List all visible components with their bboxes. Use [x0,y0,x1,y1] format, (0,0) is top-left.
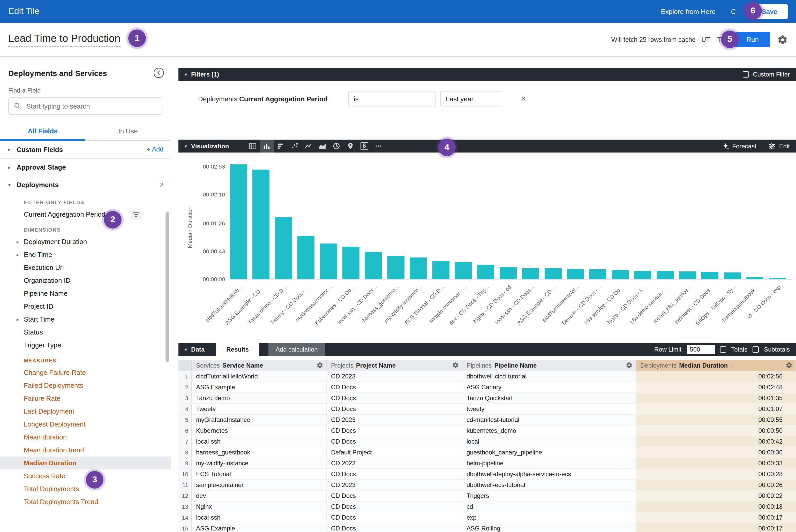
filters-collapse-caret[interactable]: ▾ [185,72,187,77]
edit-viz-button[interactable]: Edit [769,142,790,150]
chart-bar[interactable] [410,258,427,279]
table-row[interactable]: 14local-sshCD Docsexp00:00:17 [179,512,796,523]
sidebar-item-longest-deployment[interactable]: Longest Deployment [0,418,171,431]
bar-chart-icon[interactable] [273,139,287,153]
chart-bar[interactable] [365,252,382,279]
table-row[interactable]: 15ASG ExampleCD DocsASG Rolling00:00:17 [179,523,796,532]
sidebar-item-organization-id[interactable]: Organization ID [0,274,171,287]
chart-bar[interactable] [275,217,292,279]
sidebar-item-failed-deployments[interactable]: Failed Deployments [0,379,171,392]
chart-bar[interactable] [612,270,629,279]
sidebar-item-current-aggregation-period[interactable]: Current Aggregation Period [0,208,171,221]
sidebar-item-pipeline-name[interactable]: Pipeline Name [0,287,171,300]
filter-operator-select[interactable]: is [348,91,436,107]
settings-gear-icon[interactable] [777,34,788,45]
sidebar-item-status[interactable]: Status [0,326,171,339]
tab-in-use[interactable]: In Use [85,122,171,140]
scatter-icon[interactable] [287,139,301,153]
custom-filter-checkbox[interactable] [742,71,749,77]
cancel-button[interactable]: C [731,7,736,15]
totals-checkbox[interactable] [720,346,726,352]
run-button[interactable]: Run [735,32,770,47]
table-row[interactable]: 7local-sshCD Docslocal00:00:42 [179,436,796,447]
chart-bar[interactable] [769,278,786,279]
map-icon[interactable] [343,139,357,153]
table-row[interactable]: 11sample-containerCD 2023dbothwell-ecs-t… [179,480,796,491]
sidebar-item-trigger-type[interactable]: Trigger Type [0,339,171,352]
sidebar-item-failure-rate[interactable]: Failure Rate [0,392,171,405]
remove-filter-icon[interactable]: × [521,94,526,103]
viz-collapse-caret[interactable]: ▾ [185,144,187,149]
chart-bar[interactable] [522,268,539,279]
column-gear-icon[interactable] [452,362,459,368]
table-row[interactable]: 6KubernetesCD Docskubernetes_demo00:00:5… [179,425,796,436]
chevron-right-icon[interactable]: ▸ [8,165,17,170]
sidebar-item-median-duration[interactable]: Median Duration [0,457,171,470]
chart-bar[interactable] [387,256,405,279]
sidebar-item-last-deployment[interactable]: Last Deployment [0,405,171,418]
filter-value-select[interactable]: Last year [440,91,502,107]
chart-bar[interactable] [320,243,337,279]
sidebar-group-approval-stage[interactable]: ▸Approval Stage [0,158,171,176]
sidebar-group-custom-fields[interactable]: ▸Custom Fields+ Add [0,140,171,158]
sidebar-item-success-rate[interactable]: Success Rate [0,470,171,482]
sidebar-item-project-id[interactable]: Project ID [0,300,171,313]
chart-bar[interactable] [230,165,247,279]
table-icon[interactable] [245,139,259,153]
chart-bar[interactable] [544,268,561,279]
chart-bar[interactable] [477,265,494,279]
column-gear-icon[interactable] [317,362,323,368]
chart-bar[interactable] [634,271,651,279]
column-gear-icon[interactable] [786,362,792,368]
subtotals-checkbox[interactable] [753,346,759,352]
table-row[interactable]: 12devCD DocsTriggers00:00:22 [179,491,796,501]
sidebar-item-change-failure-rate[interactable]: Change Failure Rate [0,366,171,379]
sidebar-item-total-deployments[interactable]: Total Deployments [0,482,171,495]
sidebar-item-end-time[interactable]: ▸End Time [0,248,171,261]
sidebar-scrollbar[interactable] [166,212,169,362]
more-icon[interactable] [371,139,385,153]
chart-bar[interactable] [724,273,741,279]
sidebar-item-deployment-duration[interactable]: ▸Deployment Duration [0,235,171,248]
collapse-sidebar-icon[interactable] [153,67,165,79]
table-row[interactable]: 9my-wildfly-instanceCD 2023helm-pipeline… [179,458,796,469]
chart-bar[interactable] [500,268,517,279]
column-gear-icon[interactable] [626,362,633,368]
chart-bar[interactable] [656,271,674,279]
single-value-icon[interactable]: 6 [357,139,371,153]
tab-all-fields[interactable]: All Fields [0,122,85,140]
column-header-service-name[interactable]: ServicesService Name [192,360,327,371]
column-header-pipeline-name[interactable]: PipelinesPipeline Name [462,360,636,371]
sidebar-item-mean-duration-trend[interactable]: Mean duration trend [0,443,171,457]
add-calculation-button[interactable]: Add calculation [269,343,325,356]
sidebar-group-deployments[interactable]: ▾Deployments2 [0,176,171,193]
chart-bar[interactable] [679,271,696,279]
add-custom-field-link[interactable]: + Add [147,146,163,153]
table-row[interactable]: 10ECS TutorialCD Docsdbothwell-deploy-al… [179,469,796,480]
row-limit-input[interactable] [687,345,715,354]
chart-bar[interactable] [567,269,584,279]
chart-bar[interactable] [746,277,763,279]
sidebar-item-mean-duration[interactable]: Mean duration [0,431,171,443]
chart-bar[interactable] [455,262,472,279]
column-header-median-duration[interactable]: DeploymentsMedian Duration ↓ [636,360,796,371]
column-header-project-name[interactable]: ProjectsProject Name [327,360,462,371]
chart-bar[interactable] [702,272,719,279]
table-row[interactable]: 1cicdTutorialHelloWorldCD 2023dbothwell-… [179,371,796,382]
tile-title-input[interactable]: Lead Time to Production [8,33,121,46]
table-row[interactable]: 5myGrafanaInstanceCD 2023cd-manifest-tut… [179,415,796,425]
line-chart-icon[interactable] [301,139,315,153]
table-row[interactable]: 4TweetyCD Docstweety00:01:07 [179,404,796,415]
table-row[interactable]: 8harness_guestbookDefault Projectguestbo… [179,447,796,458]
chart-bar[interactable] [432,261,449,279]
data-collapse-caret[interactable]: ▾ [185,347,187,352]
results-tab[interactable]: Results [216,343,259,356]
chart-bar[interactable] [253,170,270,279]
table-row[interactable]: 2ASG ExampleCD DocsASG Canary00:02:48 [179,382,796,393]
sidebar-item-execution-url[interactable]: Execution Url [0,261,171,274]
table-row[interactable]: 13NginxCD Docscd00:00:18 [179,501,796,512]
sidebar-item-total-deployments-trend[interactable]: Total Deployments Trend [0,495,171,508]
area-chart-icon[interactable] [315,139,329,153]
chart-bar[interactable] [589,269,607,279]
forecast-button[interactable]: Forecast [722,142,756,150]
